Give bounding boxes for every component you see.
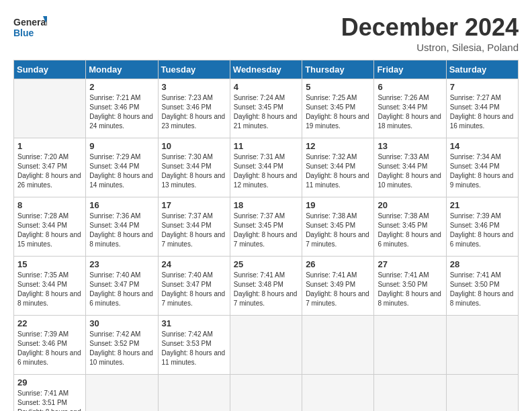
day-info: Sunrise: 7:42 AM Sunset: 3:53 PM Dayligh… [162, 330, 226, 367]
calendar-day [14, 79, 86, 138]
day-number: 28 [450, 259, 515, 269]
calendar-week: 2 Sunrise: 7:21 AM Sunset: 3:46 PM Dayli… [14, 79, 519, 138]
logo: General Blue [13, 13, 47, 43]
day-info: Sunrise: 7:24 AM Sunset: 3:45 PM Dayligh… [234, 93, 298, 131]
calendar-day: 13 Sunrise: 7:33 AM Sunset: 3:44 PM Dayl… [374, 138, 446, 197]
day-number: 9 [89, 141, 154, 151]
calendar-week: 8 Sunrise: 7:28 AM Sunset: 3:44 PM Dayli… [14, 197, 519, 257]
calendar-day: 22 Sunrise: 7:39 AM Sunset: 3:46 PM Dayl… [14, 316, 86, 375]
day-number: 2 [89, 82, 154, 92]
calendar-day: 19 Sunrise: 7:38 AM Sunset: 3:45 PM Dayl… [302, 197, 374, 257]
calendar-table: Sunday Monday Tuesday Wednesday Thursday… [13, 60, 519, 411]
day-number: 27 [378, 259, 442, 269]
calendar-day: 4 Sunrise: 7:24 AM Sunset: 3:45 PM Dayli… [230, 79, 302, 138]
calendar-day: 30 Sunrise: 7:42 AM Sunset: 3:52 PM Dayl… [86, 316, 158, 375]
calendar-day: 15 Sunrise: 7:35 AM Sunset: 3:44 PM Dayl… [14, 257, 86, 316]
day-info: Sunrise: 7:36 AM Sunset: 3:44 PM Dayligh… [89, 212, 154, 249]
calendar-week: 29 Sunrise: 7:41 AM Sunset: 3:51 PM Dayl… [14, 375, 519, 412]
svg-text:General: General [13, 17, 47, 28]
day-info: Sunrise: 7:32 AM Sunset: 3:44 PM Dayligh… [306, 152, 370, 190]
calendar-day: 20 Sunrise: 7:38 AM Sunset: 3:45 PM Dayl… [374, 197, 446, 257]
calendar-day [446, 316, 518, 375]
calendar-day: 11 Sunrise: 7:31 AM Sunset: 3:44 PM Dayl… [230, 138, 302, 197]
day-info: Sunrise: 7:20 AM Sunset: 3:47 PM Dayligh… [17, 152, 82, 190]
day-number: 26 [306, 259, 370, 269]
calendar-day: 16 Sunrise: 7:36 AM Sunset: 3:44 PM Dayl… [86, 197, 158, 257]
day-info: Sunrise: 7:27 AM Sunset: 3:44 PM Dayligh… [450, 93, 515, 131]
day-info: Sunrise: 7:37 AM Sunset: 3:44 PM Dayligh… [162, 212, 226, 249]
day-number: 22 [17, 318, 82, 328]
day-info: Sunrise: 7:40 AM Sunset: 3:47 PM Dayligh… [89, 271, 154, 308]
day-number: 11 [234, 141, 298, 151]
day-number: 20 [378, 200, 442, 210]
day-info: Sunrise: 7:37 AM Sunset: 3:45 PM Dayligh… [234, 212, 298, 249]
calendar-day: 18 Sunrise: 7:37 AM Sunset: 3:45 PM Dayl… [230, 197, 302, 257]
calendar-day: 26 Sunrise: 7:41 AM Sunset: 3:49 PM Dayl… [302, 257, 374, 316]
day-info: Sunrise: 7:34 AM Sunset: 3:44 PM Dayligh… [450, 152, 515, 190]
day-number: 14 [450, 141, 515, 151]
calendar-week: 22 Sunrise: 7:39 AM Sunset: 3:46 PM Dayl… [14, 316, 519, 375]
day-number: 12 [306, 141, 370, 151]
calendar-day: 10 Sunrise: 7:30 AM Sunset: 3:44 PM Dayl… [158, 138, 230, 197]
day-number: 18 [234, 200, 298, 210]
day-number: 21 [450, 200, 515, 210]
calendar-day [158, 375, 230, 412]
day-number: 31 [162, 318, 226, 328]
day-number: 30 [89, 318, 154, 328]
calendar-day [230, 375, 302, 412]
day-info: Sunrise: 7:30 AM Sunset: 3:44 PM Dayligh… [162, 152, 226, 190]
calendar-day [374, 316, 446, 375]
day-number: 29 [17, 377, 82, 387]
calendar-day: 12 Sunrise: 7:32 AM Sunset: 3:44 PM Dayl… [302, 138, 374, 197]
col-saturday: Saturday [446, 60, 518, 79]
day-number: 15 [17, 259, 82, 269]
calendar-day [86, 375, 158, 412]
day-info: Sunrise: 7:39 AM Sunset: 3:46 PM Dayligh… [450, 212, 515, 249]
day-info: Sunrise: 7:35 AM Sunset: 3:44 PM Dayligh… [17, 271, 82, 308]
day-number: 24 [162, 259, 226, 269]
col-sunday: Sunday [14, 60, 86, 79]
day-info: Sunrise: 7:40 AM Sunset: 3:47 PM Dayligh… [162, 271, 226, 308]
calendar-day: 17 Sunrise: 7:37 AM Sunset: 3:44 PM Dayl… [158, 197, 230, 257]
day-info: Sunrise: 7:38 AM Sunset: 3:45 PM Dayligh… [306, 212, 370, 249]
header-row: Sunday Monday Tuesday Wednesday Thursday… [14, 60, 519, 79]
calendar-day: 27 Sunrise: 7:41 AM Sunset: 3:50 PM Dayl… [374, 257, 446, 316]
col-wednesday: Wednesday [230, 60, 302, 79]
day-number: 23 [89, 259, 154, 269]
calendar-day: 6 Sunrise: 7:26 AM Sunset: 3:44 PM Dayli… [374, 79, 446, 138]
calendar-day [302, 316, 374, 375]
day-number: 3 [162, 82, 226, 92]
logo-svg: General Blue [13, 13, 47, 43]
day-info: Sunrise: 7:41 AM Sunset: 3:48 PM Dayligh… [234, 271, 298, 308]
day-number: 25 [234, 259, 298, 269]
calendar-day: 8 Sunrise: 7:28 AM Sunset: 3:44 PM Dayli… [14, 197, 86, 257]
page-header: General Blue December 2024 Ustron, Siles… [13, 13, 519, 53]
month-title: December 2024 [341, 13, 519, 42]
day-info: Sunrise: 7:21 AM Sunset: 3:46 PM Dayligh… [89, 93, 154, 131]
day-number: 13 [378, 141, 442, 151]
day-number: 19 [306, 200, 370, 210]
svg-text:Blue: Blue [13, 28, 34, 38]
col-tuesday: Tuesday [158, 60, 230, 79]
day-info: Sunrise: 7:29 AM Sunset: 3:44 PM Dayligh… [89, 152, 154, 190]
calendar-week: 1 Sunrise: 7:20 AM Sunset: 3:47 PM Dayli… [14, 138, 519, 197]
location: Ustron, Silesia, Poland [341, 42, 519, 53]
day-info: Sunrise: 7:39 AM Sunset: 3:46 PM Dayligh… [17, 330, 82, 367]
col-friday: Friday [374, 60, 446, 79]
day-number: 8 [17, 200, 82, 210]
day-info: Sunrise: 7:41 AM Sunset: 3:50 PM Dayligh… [450, 271, 515, 308]
calendar-day: 1 Sunrise: 7:20 AM Sunset: 3:47 PM Dayli… [14, 138, 86, 197]
calendar-day: 9 Sunrise: 7:29 AM Sunset: 3:44 PM Dayli… [86, 138, 158, 197]
day-info: Sunrise: 7:33 AM Sunset: 3:44 PM Dayligh… [378, 152, 442, 190]
calendar-day: 5 Sunrise: 7:25 AM Sunset: 3:45 PM Dayli… [302, 79, 374, 138]
calendar-day: 14 Sunrise: 7:34 AM Sunset: 3:44 PM Dayl… [446, 138, 518, 197]
title-block: December 2024 Ustron, Silesia, Poland [341, 13, 519, 53]
calendar-day: 31 Sunrise: 7:42 AM Sunset: 3:53 PM Dayl… [158, 316, 230, 375]
calendar-day: 2 Sunrise: 7:21 AM Sunset: 3:46 PM Dayli… [86, 79, 158, 138]
calendar-day [374, 375, 446, 412]
day-info: Sunrise: 7:38 AM Sunset: 3:45 PM Dayligh… [378, 212, 442, 249]
calendar-week: 15 Sunrise: 7:35 AM Sunset: 3:44 PM Dayl… [14, 257, 519, 316]
calendar-day [446, 375, 518, 412]
calendar-day: 28 Sunrise: 7:41 AM Sunset: 3:50 PM Dayl… [446, 257, 518, 316]
day-info: Sunrise: 7:41 AM Sunset: 3:50 PM Dayligh… [378, 271, 442, 308]
